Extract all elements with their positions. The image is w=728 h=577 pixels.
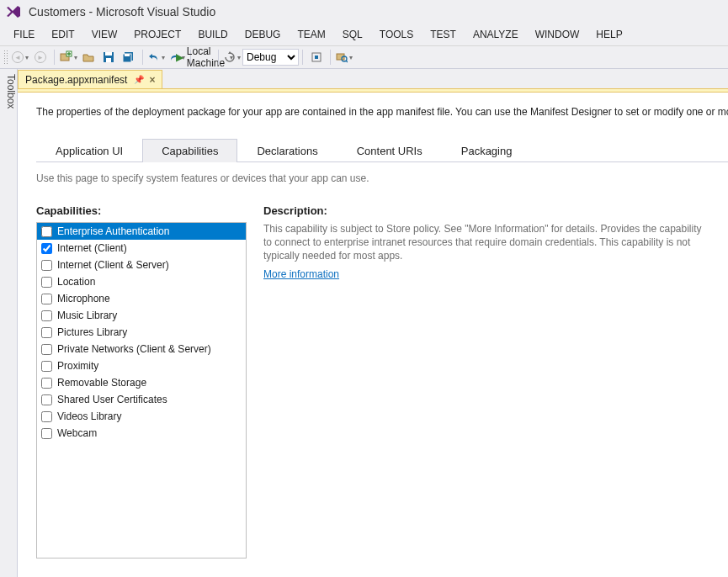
nav-back-button[interactable]: ◄▾ xyxy=(11,48,29,66)
play-icon: ▶ xyxy=(176,51,183,63)
capability-label: Music Library xyxy=(57,310,117,321)
menu-edit[interactable]: EDIT xyxy=(43,25,82,44)
svg-rect-3 xyxy=(105,52,112,56)
nav-forward-button[interactable]: ► xyxy=(31,48,50,66)
titlebar: Customers - Microsoft Visual Studio xyxy=(0,0,728,24)
capability-checkbox[interactable] xyxy=(41,361,52,372)
capability-checkbox[interactable] xyxy=(41,277,52,288)
menu-tools[interactable]: TOOLS xyxy=(371,25,422,44)
capability-item[interactable]: Internet (Client) xyxy=(37,240,246,257)
menubar: FILE EDIT VIEW PROJECT BUILD DEBUG TEAM … xyxy=(0,24,728,45)
document-tab-well: Package.appxmanifest 📌 × xyxy=(18,69,728,89)
tab-content-uris[interactable]: Content URIs xyxy=(337,139,442,162)
solution-config-dropdown[interactable]: Debug Release xyxy=(242,49,299,66)
toolbar-separator xyxy=(142,50,143,65)
capability-item[interactable]: Microphone xyxy=(37,290,246,307)
start-debug-button[interactable]: ▶ Local Machine ▾ xyxy=(195,48,214,66)
toolbox-panel-tab[interactable]: Toolbox xyxy=(0,69,18,577)
capability-item[interactable]: Internet (Client & Server) xyxy=(37,257,246,273)
capability-checkbox[interactable] xyxy=(41,411,52,422)
menu-help[interactable]: HELP xyxy=(587,25,630,44)
capability-label: Location xyxy=(57,276,95,288)
capability-item[interactable]: Enterprise Authentication xyxy=(37,223,246,240)
pin-icon[interactable]: 📌 xyxy=(134,75,144,84)
manifest-hint-text: Use this page to specify system features… xyxy=(36,172,728,184)
description-text: This capability is subject to Store poli… xyxy=(263,222,711,263)
description-header: Description: xyxy=(263,204,711,217)
document-tab-label: Package.appxmanifest xyxy=(25,74,127,86)
capability-label: Private Networks (Client & Server) xyxy=(57,343,211,355)
toolbar-grip-icon[interactable] xyxy=(3,50,8,65)
manifest-intro-text: The properties of the deployment package… xyxy=(36,106,728,118)
menu-project[interactable]: PROJECT xyxy=(125,25,189,44)
menu-window[interactable]: WINDOW xyxy=(527,25,588,44)
close-icon[interactable]: × xyxy=(149,74,155,86)
save-all-button[interactable] xyxy=(120,48,138,66)
toolbar: ◄▾ ► ▾ ▾ ▾ ▶ Local Machine ▾ ▾ Debug Rel… xyxy=(0,45,728,69)
capability-item[interactable]: Music Library xyxy=(37,307,246,324)
capability-label: Proximity xyxy=(57,360,98,372)
menu-test[interactable]: TEST xyxy=(422,25,465,44)
capability-label: Videos Library xyxy=(57,410,122,422)
more-information-link[interactable]: More information xyxy=(263,268,339,280)
capability-label: Removable Storage xyxy=(57,377,146,389)
capability-item[interactable]: Videos Library xyxy=(37,408,246,425)
tab-declarations[interactable]: Declarations xyxy=(237,139,337,162)
capability-checkbox[interactable] xyxy=(41,327,52,338)
document-tab[interactable]: Package.appxmanifest 📌 × xyxy=(18,70,162,88)
toolbar-separator xyxy=(54,50,55,65)
svg-rect-7 xyxy=(125,54,130,56)
svg-rect-4 xyxy=(106,58,111,62)
tab-packaging[interactable]: Packaging xyxy=(442,139,532,162)
capability-checkbox[interactable] xyxy=(41,243,52,254)
menu-debug[interactable]: DEBUG xyxy=(236,25,290,44)
toolbar-separator xyxy=(302,50,303,65)
menu-sql[interactable]: SQL xyxy=(334,25,371,44)
capability-checkbox[interactable] xyxy=(41,294,52,304)
capability-checkbox[interactable] xyxy=(41,260,52,271)
vs-logo-icon xyxy=(5,3,22,20)
capability-label: Pictures Library xyxy=(57,326,127,338)
tab-application-ui[interactable]: Application UI xyxy=(36,139,142,162)
capability-label: Webcam xyxy=(57,427,97,439)
step-button[interactable] xyxy=(307,48,326,66)
toolbar-separator xyxy=(218,50,219,65)
manifest-tabs: Application UI Capabilities Declarations… xyxy=(36,138,728,162)
undo-button[interactable]: ▾ xyxy=(147,48,166,66)
capability-item[interactable]: Pictures Library xyxy=(37,324,246,341)
menu-analyze[interactable]: ANALYZE xyxy=(465,25,527,44)
new-project-button[interactable]: ▾ xyxy=(59,48,77,66)
svg-line-11 xyxy=(346,61,348,62)
open-file-button[interactable] xyxy=(79,48,98,66)
capability-checkbox[interactable] xyxy=(41,226,52,237)
capability-label: Enterprise Authentication xyxy=(57,225,169,237)
capability-item[interactable]: Proximity xyxy=(37,357,246,374)
capability-item[interactable]: Removable Storage xyxy=(37,374,246,391)
capability-item[interactable]: Private Networks (Client & Server) xyxy=(37,341,246,357)
browser-refresh-button[interactable]: ▾ xyxy=(223,48,242,66)
menu-view[interactable]: VIEW xyxy=(83,25,126,44)
capability-checkbox[interactable] xyxy=(41,344,52,355)
save-button[interactable] xyxy=(99,48,118,66)
capability-item[interactable]: Shared User Certificates xyxy=(37,391,246,408)
capability-checkbox[interactable] xyxy=(41,378,52,389)
start-target-label: Local Machine xyxy=(187,45,225,69)
capabilities-list[interactable]: Enterprise AuthenticationInternet (Clien… xyxy=(36,222,247,558)
menu-build[interactable]: BUILD xyxy=(189,25,236,44)
capabilities-header: Capabilities: xyxy=(36,204,247,217)
capability-item[interactable]: Webcam xyxy=(37,425,246,442)
tab-capabilities[interactable]: Capabilities xyxy=(142,139,237,162)
capability-checkbox[interactable] xyxy=(41,310,52,321)
capability-label: Microphone xyxy=(57,293,110,304)
capability-label: Internet (Client & Server) xyxy=(57,259,169,271)
menu-file[interactable]: FILE xyxy=(5,25,43,44)
capability-item[interactable]: Location xyxy=(37,273,246,290)
menu-team[interactable]: TEAM xyxy=(289,25,333,44)
manifest-designer: The properties of the deployment package… xyxy=(18,93,728,577)
window-title: Customers - Microsoft Visual Studio xyxy=(29,5,215,19)
capability-checkbox[interactable] xyxy=(41,394,52,405)
capability-label: Shared User Certificates xyxy=(57,394,167,405)
capability-checkbox[interactable] xyxy=(41,428,52,439)
capability-label: Internet (Client) xyxy=(57,242,127,254)
find-button[interactable]: ▾ xyxy=(335,48,353,66)
